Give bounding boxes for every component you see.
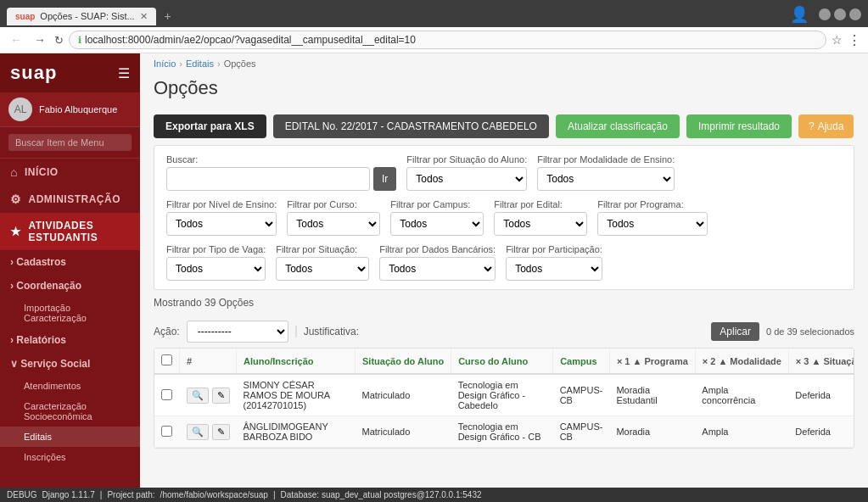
sidebar-item-relatorios[interactable]: › Relatórios <box>0 328 140 352</box>
row-checkbox-cell[interactable] <box>154 374 180 416</box>
justificativa-label: Justificativa: <box>295 326 359 337</box>
forward-button[interactable]: → <box>31 31 49 48</box>
table-row: 🔍 ✎ ÂNGLIDIMOGEANY BARBOZA BIDO Matricul… <box>154 416 854 448</box>
caracterizacao-label: Caracterização Socioeconômica <box>24 401 130 421</box>
filter-group-curso: Filtrar por Curso: Todos <box>287 199 380 236</box>
sidebar-item-caracterizacao[interactable]: Caracterização Socioeconômica <box>0 396 140 427</box>
table-header-row: # Aluno/Inscrição Situação do Aluno Curs… <box>154 349 854 374</box>
project-path-label: Project path: <box>107 490 154 494</box>
sort-x2-icon: × 2 ▲ <box>703 356 728 366</box>
sidebar-item-inicio[interactable]: ⌂ INÍCIO <box>0 159 140 186</box>
col-header-situacao-aluno[interactable]: Situação do Aluno <box>356 349 451 374</box>
row-checkbox-cell[interactable] <box>154 416 180 448</box>
sidebar-item-inscricoes[interactable]: Inscrições <box>0 447 140 467</box>
sidebar-item-atividades[interactable]: ★ ATIVIDADES ESTUDANTIS <box>0 213 140 250</box>
project-path: /home/fabio/workspace/suap <box>160 490 268 494</box>
help-button[interactable]: ? Ajuda <box>798 114 854 138</box>
back-button[interactable]: ← <box>7 31 25 48</box>
debug-label: DEBUG <box>7 490 37 494</box>
sidebar-item-importacao[interactable]: Importação Caracterização <box>0 298 140 328</box>
sidebar-item-coordenacao[interactable]: › Coordenação <box>0 274 140 298</box>
export-xls-button[interactable]: Exportar para XLS <box>154 114 266 138</box>
situacao-aluno-select[interactable]: Todos <box>406 167 527 191</box>
col-header-check <box>154 349 180 374</box>
row-curso: Tecnologia em Design Gráfico - CB <box>451 416 553 448</box>
url-bar[interactable]: ℹ localhost:8000/admin/ae2/opcao/?vagase… <box>69 31 826 49</box>
sidebar-item-servico-social[interactable]: ∨ Serviço Social <box>0 352 140 376</box>
new-tab-button[interactable]: + <box>160 8 176 25</box>
maximize-button[interactable] <box>834 8 846 20</box>
selected-count: 0 de 39 selecionados <box>766 326 854 337</box>
curso-label: Filtrar por Curso: <box>287 199 380 209</box>
browser-tab[interactable]: suap Opções - SUAP: Sist... ✕ <box>7 8 156 25</box>
filter-row-3: Filtrar por Tipo de Vaga: Todos Filtrar … <box>166 244 842 281</box>
update-classification-button[interactable]: Atualizar classificação <box>556 114 680 138</box>
col-header-programa[interactable]: × 1 ▲ Programa <box>609 349 695 374</box>
row-modalidade: Ampla <box>695 416 788 448</box>
row-checkbox[interactable] <box>161 389 172 400</box>
tab-close-btn[interactable]: ✕ <box>140 11 148 22</box>
aplicar-button[interactable]: Aplicar <box>711 322 759 341</box>
nivel-select[interactable]: Todos <box>166 212 277 236</box>
curso-select[interactable]: Todos <box>287 212 380 236</box>
row-campus: CAMPUS-CB <box>553 374 610 416</box>
user-profile-area[interactable]: AL Fabio Albuquerque <box>0 92 140 127</box>
filter-group-programa: Filtrar por Programa: Todos <box>597 199 708 236</box>
edital-button[interactable]: EDITAL No. 22/2017 - CADASTRAMENTO CABED… <box>273 114 549 138</box>
modalidade-select[interactable]: Todos <box>537 167 675 191</box>
bookmark-button[interactable]: ☆ <box>832 33 843 47</box>
close-button[interactable] <box>849 8 861 20</box>
breadcrumb-editais[interactable]: Editais <box>186 59 214 69</box>
tipo-vaga-label: Filtrar por Tipo de Vaga: <box>166 244 266 254</box>
situacao-select[interactable]: Todos <box>276 257 369 281</box>
sidebar-search-input[interactable] <box>8 134 132 151</box>
breadcrumb-current: Opções <box>224 59 256 69</box>
buscar-input[interactable] <box>166 167 370 191</box>
row-checkbox[interactable] <box>161 426 172 437</box>
tipo-vaga-select[interactable]: Todos <box>166 257 266 281</box>
filter-group-tipo-vaga: Filtrar por Tipo de Vaga: Todos <box>166 244 266 281</box>
refresh-button[interactable]: ↻ <box>54 34 64 47</box>
sidebar-item-atendimentos[interactable]: Atendimentos <box>0 376 140 396</box>
user-name: Fabio Albuquerque <box>39 104 117 114</box>
col-header-situacao-sel[interactable]: × 3 ▲ Situação <box>788 349 854 374</box>
col-header-curso[interactable]: Curso do Aluno <box>451 349 553 374</box>
cadastros-label: › Cadastros <box>10 256 66 268</box>
nav-atividades-label: ATIVIDADES ESTUDANTIS <box>29 220 131 243</box>
relatorios-label: › Relatórios <box>10 334 66 346</box>
sidebar-item-editais[interactable]: Editais <box>0 427 140 447</box>
breadcrumb-inicio[interactable]: Início <box>154 59 176 69</box>
programa-select[interactable]: Todos <box>597 212 708 236</box>
minimize-button[interactable] <box>819 8 831 20</box>
participacao-select[interactable]: Todos <box>506 257 602 281</box>
sidebar-item-administracao[interactable]: ⚙ ADMINISTRAÇÃO <box>0 186 140 213</box>
col-header-aluno[interactable]: Aluno/Inscrição <box>237 349 356 374</box>
acao-select[interactable]: ---------- <box>187 321 288 343</box>
ir-button[interactable]: Ir <box>373 167 396 191</box>
dados-bancarios-select[interactable]: Todos <box>379 257 496 281</box>
print-result-button[interactable]: Imprimir resultado <box>686 114 792 138</box>
row-search-button[interactable]: 🔍 <box>187 388 209 404</box>
edital-filter-label: Filtrar por Edital: <box>494 199 587 209</box>
table-body: 🔍 ✎ SIMONY CÉSAR RAMOS DE MOURA (2014270… <box>154 374 854 448</box>
edital-select[interactable]: Todos <box>494 212 587 236</box>
hamburger-button[interactable]: ☰ <box>118 65 130 81</box>
row-situacao-sel: Deferida <box>788 374 854 416</box>
browser-user-icon: 👤 <box>790 5 809 24</box>
campus-select[interactable]: Todos <box>390 212 484 236</box>
sort-x3-icon: × 3 ▲ <box>796 356 821 366</box>
col-header-num: # <box>180 349 237 374</box>
browser-menu-button[interactable]: ⋮ <box>848 32 861 48</box>
row-edit-button[interactable]: ✎ <box>212 424 230 440</box>
help-icon: ? <box>809 120 815 132</box>
window-controls: 👤 <box>790 5 861 27</box>
sidebar: suap ☰ AL Fabio Albuquerque ⌂ INÍCIO ⚙ A… <box>0 53 140 494</box>
row-edit-button[interactable]: ✎ <box>212 388 230 404</box>
col-header-campus[interactable]: Campus <box>553 349 610 374</box>
debug-separator-1: | <box>100 490 103 494</box>
nav-admin-label: ADMINISTRAÇÃO <box>29 193 121 205</box>
col-header-modalidade[interactable]: × 2 ▲ Modalidade <box>695 349 788 374</box>
row-search-button[interactable]: 🔍 <box>187 424 209 440</box>
sidebar-item-cadastros[interactable]: › Cadastros <box>0 250 140 274</box>
select-all-checkbox[interactable] <box>161 354 172 365</box>
